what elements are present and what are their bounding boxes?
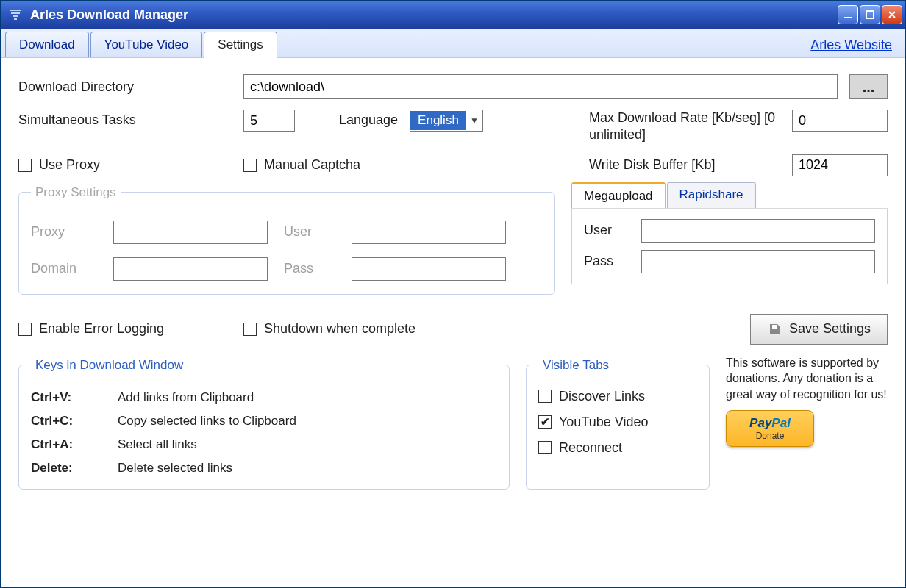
visible-tabs-group: Visible Tabs Discover Links ✔YouTube Vid… [526, 358, 710, 490]
app-window: Arles Download Manager Download YouTube … [0, 0, 906, 588]
proxy-host-label: Proxy [31, 224, 97, 240]
maximize-button[interactable] [860, 5, 880, 24]
main-tab-bar: Download YouTube Video Settings Arles We… [1, 29, 905, 58]
arles-website-link[interactable]: Arles Website [802, 33, 901, 57]
subtab-rapidshare[interactable]: Rapidshare [667, 182, 756, 208]
max-rate-input[interactable] [792, 110, 888, 132]
chevron-down-icon: ▼ [466, 115, 482, 126]
proxy-pass-input [352, 257, 506, 281]
window-title: Arles Download Manager [30, 7, 188, 23]
app-icon [8, 8, 23, 21]
max-rate-label: Max Download Rate [Kb/seg] [0 unlimited] [589, 110, 780, 144]
donate-text: This software is supported by donations.… [726, 355, 888, 403]
svg-rect-2 [772, 325, 777, 329]
account-section: Megaupload Rapidshare User Pass [571, 182, 888, 284]
tab-download[interactable]: Download [5, 32, 89, 57]
visible-tabs-legend: Visible Tabs [538, 358, 613, 373]
visible-discover-checkbox[interactable]: Discover Links [538, 389, 697, 404]
proxy-pass-label: Pass [284, 261, 335, 276]
proxy-domain-label: Domain [31, 261, 97, 276]
tab-settings[interactable]: Settings [204, 32, 277, 58]
download-dir-label: Download Directory [18, 79, 232, 95]
manual-captcha-checkbox[interactable]: Manual Captcha [243, 157, 479, 173]
write-buffer-label: Write Disk Buffer [Kb] [589, 157, 780, 173]
key-row-shortcut: Ctrl+V: [31, 390, 104, 405]
proxy-settings-group: Proxy Settings Proxy User Domain Pass [18, 185, 555, 295]
key-row-desc: Select all links [118, 437, 497, 452]
use-proxy-checkbox[interactable]: Use Proxy [18, 157, 232, 173]
minimize-button[interactable] [838, 5, 858, 24]
language-value: English [410, 111, 466, 130]
key-row-shortcut: Delete: [31, 461, 104, 476]
keys-group: Keys in Download Window Ctrl+V: Add link… [18, 358, 510, 490]
paypal-donate-button[interactable]: PayPal Donate [726, 410, 814, 447]
proxy-user-label: User [284, 224, 335, 240]
subtab-megaupload[interactable]: Megaupload [571, 182, 666, 208]
title-bar: Arles Download Manager [1, 1, 905, 29]
keys-legend: Keys in Download Window [31, 358, 188, 373]
paypal-icon: PayPal [749, 416, 791, 431]
close-button[interactable] [882, 5, 902, 24]
simultaneous-label: Simultaneous Tasks [18, 110, 232, 128]
settings-panel: Download Directory ... Simultaneous Task… [1, 58, 905, 587]
download-dir-input[interactable] [243, 74, 838, 99]
enable-logging-checkbox[interactable]: Enable Error Logging [18, 321, 232, 337]
svg-rect-1 [866, 11, 874, 18]
account-user-input[interactable] [641, 219, 875, 243]
simultaneous-input[interactable] [243, 110, 295, 132]
account-user-label: User [584, 223, 628, 238]
account-pass-label: Pass [584, 254, 628, 269]
proxy-legend: Proxy Settings [31, 185, 121, 200]
visible-reconnect-checkbox[interactable]: Reconnect [538, 440, 697, 456]
language-dropdown[interactable]: English ▼ [410, 110, 483, 132]
key-row-desc: Add links from Clipboard [118, 390, 497, 405]
browse-button[interactable]: ... [849, 74, 888, 99]
proxy-host-input [113, 220, 268, 244]
proxy-domain-input [113, 257, 268, 281]
donate-section: This software is supported by donations.… [726, 355, 888, 490]
key-row-shortcut: Ctrl+A: [31, 437, 104, 452]
tab-youtube-video[interactable]: YouTube Video [90, 32, 203, 57]
shutdown-checkbox[interactable]: Shutdown when complete [243, 321, 415, 337]
key-row-desc: Delete selected links [118, 461, 497, 476]
key-row-shortcut: Ctrl+C: [31, 414, 104, 429]
write-buffer-input[interactable] [792, 154, 888, 176]
save-icon [767, 322, 782, 337]
visible-youtube-checkbox[interactable]: ✔YouTube Video [538, 415, 697, 430]
svg-rect-0 [844, 17, 852, 18]
language-label: Language [339, 110, 398, 128]
save-settings-button[interactable]: Save Settings [750, 314, 888, 345]
key-row-desc: Copy selected links to Clipboard [118, 414, 497, 429]
proxy-user-input [352, 220, 506, 244]
account-pass-input[interactable] [641, 250, 875, 273]
